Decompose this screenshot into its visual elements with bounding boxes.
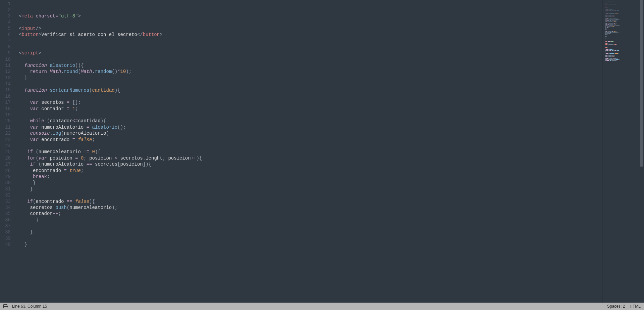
code-line[interactable]: [15, 38, 602, 44]
code-line[interactable]: [15, 93, 602, 99]
code-line[interactable]: secretos.push(numeroAleatorio);: [15, 205, 602, 211]
line-number[interactable]: 12: [0, 69, 11, 75]
line-number[interactable]: 5: [0, 26, 11, 32]
line-number[interactable]: 13: [0, 75, 11, 81]
line-number[interactable]: 16: [0, 93, 11, 99]
line-number[interactable]: 7: [0, 38, 11, 44]
line-number[interactable]: 31: [0, 186, 11, 192]
line-number[interactable]: 32: [0, 192, 11, 198]
line-number[interactable]: 4: [0, 19, 11, 25]
status-bar: Line 63, Column 15 Spaces: 2 HTML: [0, 303, 644, 310]
line-number[interactable]: 17: [0, 99, 11, 105]
editor-container: 1234567891011121314151617181920212223242…: [0, 0, 644, 303]
line-number[interactable]: 10: [0, 56, 11, 62]
code-line[interactable]: return Math.round(Math.random()*10);: [15, 69, 602, 75]
line-number[interactable]: 19: [0, 112, 11, 118]
line-number[interactable]: 30: [0, 180, 11, 186]
code-line[interactable]: }: [15, 186, 602, 192]
code-editor-area[interactable]: <meta charset="utf-8"> <input/><button>V…: [15, 0, 602, 303]
line-number-gutter[interactable]: 1234567891011121314151617181920212223242…: [0, 0, 15, 303]
code-line[interactable]: [15, 81, 602, 87]
code-line[interactable]: for(var posicion = 0; posicion < secreto…: [15, 155, 602, 161]
line-number[interactable]: 6: [0, 32, 11, 38]
code-line[interactable]: if (numeroAleatorio != 0){: [15, 149, 602, 155]
status-cursor-position[interactable]: Line 63, Column 15: [12, 304, 47, 309]
line-number[interactable]: 20: [0, 118, 11, 124]
code-line[interactable]: var numeroAleatorio = aleatorio();: [15, 124, 602, 130]
code-line[interactable]: [15, 19, 602, 25]
line-number[interactable]: 40: [0, 241, 11, 248]
panel-layout-icon[interactable]: [3, 304, 7, 308]
line-number[interactable]: 36: [0, 217, 11, 223]
code-line[interactable]: break;: [15, 174, 602, 180]
line-number[interactable]: 23: [0, 137, 11, 143]
code-line[interactable]: <input/>: [15, 26, 602, 32]
code-line[interactable]: contador++;: [15, 211, 602, 217]
line-number[interactable]: 1: [0, 1, 11, 7]
code-line[interactable]: console.log(numeroAleatorio): [15, 130, 602, 136]
code-line[interactable]: var encontrado = false;: [15, 137, 602, 143]
line-number[interactable]: 15: [0, 87, 11, 93]
line-number[interactable]: 35: [0, 211, 11, 217]
code-line[interactable]: <button>Verificar si acerto con el secre…: [15, 32, 602, 38]
code-line[interactable]: while (contador<=cantidad){: [15, 118, 602, 124]
line-number[interactable]: 27: [0, 161, 11, 167]
line-number[interactable]: 33: [0, 198, 11, 205]
line-number[interactable]: 8: [0, 44, 11, 50]
status-indent[interactable]: Spaces: 2: [607, 304, 625, 309]
status-syntax[interactable]: HTML: [630, 304, 641, 309]
line-number[interactable]: 14: [0, 81, 11, 87]
code-line[interactable]: [15, 223, 602, 229]
line-number[interactable]: 21: [0, 124, 11, 130]
line-number[interactable]: 11: [0, 62, 11, 69]
line-number[interactable]: 28: [0, 168, 11, 174]
line-number[interactable]: 37: [0, 223, 11, 229]
code-line[interactable]: [15, 143, 602, 149]
code-line[interactable]: if(encontrado == false){: [15, 198, 602, 205]
code-line[interactable]: function sortearNumeros(cantidad){: [15, 87, 602, 93]
line-number[interactable]: 29: [0, 174, 11, 180]
line-number[interactable]: 34: [0, 205, 11, 211]
line-number[interactable]: 2: [0, 7, 11, 13]
code-line[interactable]: }: [15, 229, 602, 235]
vertical-scrollbar[interactable]: [639, 0, 644, 303]
line-number[interactable]: 9: [0, 50, 11, 56]
code-line[interactable]: [15, 235, 602, 241]
line-number[interactable]: 38: [0, 229, 11, 235]
code-line[interactable]: }: [15, 217, 602, 223]
line-number[interactable]: 22: [0, 130, 11, 136]
code-line[interactable]: <script>: [15, 50, 602, 56]
code-line[interactable]: }: [15, 75, 602, 81]
vertical-scrollbar-thumb[interactable]: [640, 0, 643, 167]
code-line[interactable]: [15, 56, 602, 62]
code-line[interactable]: var contador = 1;: [15, 106, 602, 112]
line-number[interactable]: 18: [0, 106, 11, 112]
code-line[interactable]: var secretos = [];: [15, 99, 602, 105]
code-line[interactable]: [15, 248, 602, 254]
code-line[interactable]: [15, 254, 602, 260]
code-line[interactable]: encontrado = true;: [15, 168, 602, 174]
minimap[interactable]: [602, 0, 639, 303]
code-line[interactable]: [15, 192, 602, 198]
code-line[interactable]: }: [15, 241, 602, 248]
code-line[interactable]: <meta charset="utf-8">: [15, 13, 602, 19]
code-line[interactable]: function aleatorio(){: [15, 62, 602, 69]
line-number[interactable]: 26: [0, 155, 11, 161]
line-number[interactable]: 39: [0, 235, 11, 241]
code-line[interactable]: [15, 112, 602, 118]
line-number[interactable]: 24: [0, 143, 11, 149]
line-number[interactable]: 3: [0, 13, 11, 19]
code-line[interactable]: [15, 44, 602, 50]
code-line[interactable]: }: [15, 180, 602, 186]
line-number[interactable]: 25: [0, 149, 11, 155]
code-line[interactable]: if (numeroAleatorio == secretos[posicion…: [15, 161, 602, 167]
